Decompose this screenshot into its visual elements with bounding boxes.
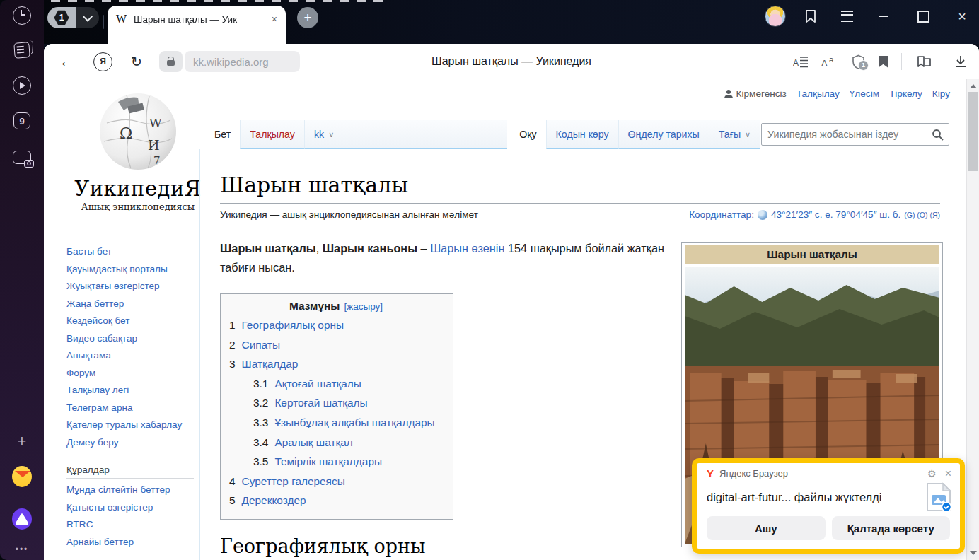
chevron-down-icon: ∨ (745, 130, 751, 139)
side-panel-icon[interactable] (804, 9, 817, 23)
back-button[interactable]: ← (59, 53, 74, 70)
sidebar-divider (12, 498, 32, 498)
minimize-button[interactable] (879, 16, 888, 17)
toc-item[interactable]: 3.5Темірлік шатқалдары (253, 452, 443, 472)
toc-item[interactable]: 1Географиялық орны (229, 315, 443, 335)
wiki-tab[interactable]: Тағы∨ (709, 120, 760, 149)
personal-link[interactable]: Тіркелу (889, 88, 922, 99)
svg-text:Ω: Ω (120, 124, 132, 142)
wiki-search-input[interactable] (762, 129, 932, 140)
river-link[interactable]: Шарын өзенін (430, 242, 504, 255)
svg-text:A: A (793, 58, 799, 68)
scroll-up-arrow[interactable] (970, 84, 977, 88)
nav-link[interactable]: Талқылау легі (66, 382, 208, 399)
toc-item[interactable]: 3Шатқалдар (229, 354, 443, 374)
browser-sidebar: 9 + ••• (0, 0, 44, 560)
reader-mode-icon[interactable]: A (793, 55, 808, 68)
nav-link[interactable]: Жуықтағы өзгерістер (66, 278, 208, 296)
wiki-navigation: Басты бетҚауымдастық порталыЖуықтағы өзг… (66, 243, 208, 551)
translate-icon[interactable]: Aә (821, 55, 838, 68)
nav-link[interactable]: Анықтама (66, 347, 208, 365)
site-security-button[interactable] (159, 51, 183, 72)
scroll-thumb[interactable] (968, 92, 978, 171)
wiki-tab[interactable]: Кодын көру (546, 120, 618, 149)
maximize-button[interactable] (917, 11, 929, 23)
alice-assistant-icon[interactable] (12, 508, 32, 530)
open-file-button[interactable]: Ашу (707, 516, 826, 540)
sidebar-more-menu[interactable]: ••• (12, 539, 32, 559)
toc-item[interactable]: 2Сипаты (229, 335, 443, 355)
profile-avatar[interactable] (765, 6, 786, 27)
wikipedia-logo[interactable]: Ω W И 7 УикипедиЯ Ашық энциклопедиясы (64, 89, 212, 212)
collections-icon[interactable] (915, 54, 932, 69)
globe-icon[interactable] (758, 210, 767, 220)
wiki-tab[interactable]: Оқу (510, 120, 545, 149)
tool-link[interactable]: Мұнда сілтейтін беттер (66, 482, 208, 499)
coords-label[interactable]: Координаттар: (689, 209, 754, 220)
wiki-tab[interactable]: kk∨ (304, 120, 343, 149)
personal-link[interactable]: Кіру (932, 88, 950, 99)
coords-services[interactable]: (G) (O) (Я) (904, 211, 940, 219)
notes-icon[interactable] (12, 40, 32, 60)
tab-group-count-badge: 1 (54, 10, 69, 25)
nav-link[interactable]: Қауымдастық порталы (66, 261, 208, 279)
toc-hide-link[interactable]: [жасыру] (344, 301, 383, 312)
toast-close-icon[interactable]: × (945, 468, 951, 479)
tab-counter-badge[interactable]: 9 (12, 111, 32, 131)
wikipedia-favicon: W (116, 13, 127, 25)
toc-item[interactable]: 3.4Аралық шатқал (253, 433, 443, 453)
coords-value[interactable]: 43°21′23″ с. е. 79°04′45″ ш. б. (771, 209, 900, 220)
toc-item[interactable]: 4Суреттер галереясы (229, 472, 443, 491)
logo-tagline: Ашық энциклопедиясы (64, 202, 212, 212)
toolbar-separator (901, 53, 902, 70)
toc-item[interactable]: 5Дереккөздер (229, 491, 443, 511)
wikipedia-globe: Ω W И 7 (97, 89, 179, 171)
coordinates: Координаттар: 43°21′23″ с. е. 79°04′45″ … (689, 209, 940, 220)
nav-link[interactable]: Телеграм арна (66, 399, 208, 417)
tool-link[interactable]: RTRC (66, 516, 208, 534)
tab-title: Шарын шатқалы — Уик (134, 14, 267, 25)
browser-tab[interactable]: W Шарын шатқалы — Уик × (108, 6, 286, 44)
tool-link[interactable]: Арнайы беттер (66, 534, 208, 552)
bookmark-icon[interactable] (879, 56, 888, 68)
address-bar[interactable]: kk.wikipedia.org (185, 51, 300, 72)
reload-button[interactable]: ↻ (131, 54, 142, 69)
clipped-text-fragments (51, 0, 383, 2)
menu-hamburger-icon[interactable] (841, 11, 853, 22)
tool-link[interactable]: Қатысты өзгерістер (66, 499, 208, 517)
tab-group-chip[interactable]: 1 (47, 7, 99, 28)
history-icon[interactable] (12, 6, 32, 25)
search-icon[interactable] (932, 129, 944, 141)
personal-link[interactable]: Талқылау (796, 88, 840, 99)
nav-link[interactable]: Форум (66, 365, 208, 383)
show-in-folder-button[interactable]: Қалтада көрсету (832, 516, 951, 540)
personal-link[interactable]: Үлесім (850, 88, 879, 99)
protect-shield-icon[interactable]: 1 (852, 54, 865, 69)
downloads-icon[interactable] (954, 54, 968, 69)
toc-item[interactable]: 3.3Ұзынбұлақ алқабы шатқалдары (253, 413, 443, 433)
toc-item[interactable]: 3.2Көртоғай шатқалы (253, 393, 443, 413)
alice-triangle-icon (14, 511, 30, 527)
video-play-icon[interactable] (12, 76, 32, 95)
nav-link[interactable]: Кездейсоқ бет (66, 313, 208, 330)
page-scrollbar[interactable] (966, 79, 979, 560)
wiki-tab[interactable]: Бет (205, 120, 240, 149)
yandex-home-button[interactable]: Я (93, 52, 112, 71)
nav-link[interactable]: Қателер туралы хабарлау (66, 416, 208, 434)
screenshot-icon[interactable] (12, 148, 32, 168)
yandex-mail-icon[interactable] (12, 466, 32, 487)
scroll-down-arrow[interactable] (970, 551, 977, 555)
wiki-tab[interactable]: Талқылау (240, 120, 304, 149)
new-tab-button[interactable]: + (297, 7, 318, 28)
toast-settings-icon[interactable]: ⚙ (927, 468, 937, 479)
wiki-tab[interactable]: Өңделу тарихы (618, 120, 709, 149)
tab-group-dropdown[interactable] (76, 7, 99, 28)
nav-link[interactable]: Демеу беру (66, 434, 208, 452)
tab-close-icon[interactable]: × (272, 13, 277, 25)
close-window-button[interactable]: × (958, 9, 966, 23)
toc-item[interactable]: 3.1Ақтоғай шатқалы (253, 374, 443, 394)
nav-link[interactable]: Видео сабақтар (66, 330, 208, 348)
nav-link[interactable]: Басты бет (66, 243, 208, 261)
sidebar-add-button[interactable]: + (12, 431, 32, 451)
nav-link[interactable]: Жаңа беттер (66, 296, 208, 313)
